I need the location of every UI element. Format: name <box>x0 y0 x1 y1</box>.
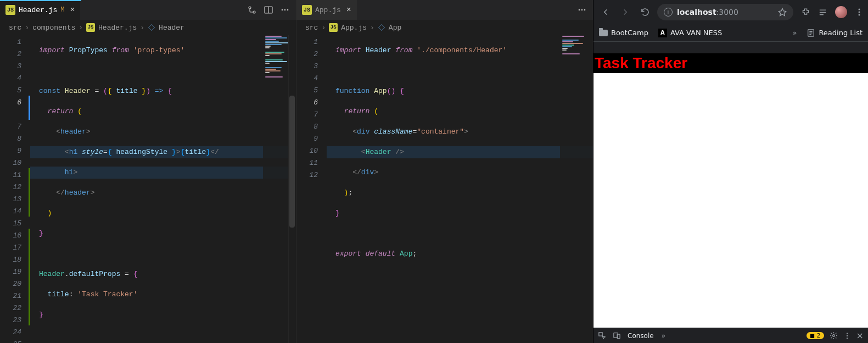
modified-indicator: M <box>60 6 64 14</box>
back-button[interactable] <box>598 4 613 20</box>
svg-point-1 <box>253 11 255 13</box>
tab-header-js[interactable]: JS Header.js M × <box>0 0 81 20</box>
devtools-more-tabs[interactable]: » <box>662 332 665 340</box>
address-bar[interactable]: i localhost:3000 <box>657 4 793 20</box>
svg-point-6 <box>287 9 289 11</box>
svg-point-4 <box>282 9 283 11</box>
tab-bar-right: JS App.js × <box>296 0 593 20</box>
minimap[interactable] <box>560 35 593 343</box>
bookmark-folder[interactable]: BootCamp <box>599 29 648 37</box>
expand-icon[interactable]: » <box>792 29 797 37</box>
more-icon[interactable] <box>281 5 289 14</box>
reading-list-button[interactable]: Reading List <box>807 29 863 37</box>
devtools-bar: Console » ◼ 2 × <box>593 328 868 343</box>
extensions-icon[interactable] <box>801 8 810 17</box>
star-icon[interactable] <box>778 8 787 16</box>
page-heading: Task Tracker <box>593 53 868 73</box>
close-icon[interactable]: × <box>70 5 75 15</box>
svg-point-13 <box>859 9 860 10</box>
tabs-icon[interactable] <box>818 8 827 17</box>
compare-icon[interactable] <box>248 5 256 14</box>
breadcrumb-left[interactable]: src › components › JS Header.js › Header <box>0 20 296 35</box>
tab-title: App.js <box>315 6 341 14</box>
svg-point-14 <box>859 12 860 13</box>
code-body[interactable]: import PropTypes from 'prop-types' const… <box>30 35 296 343</box>
svg-point-23 <box>832 335 835 337</box>
inspect-icon[interactable] <box>598 331 606 340</box>
svg-point-9 <box>584 9 586 11</box>
code-editor-right[interactable]: 12345 678910 1112 import Header from './… <box>296 35 593 343</box>
close-icon[interactable]: × <box>346 5 351 15</box>
devtools-tab-console[interactable]: Console <box>628 332 654 340</box>
editor-pane-left: JS Header.js M × <box>0 0 296 343</box>
tab-app-js[interactable]: JS App.js × <box>296 0 357 20</box>
tab-actions-left <box>241 0 296 20</box>
symbol-icon <box>148 24 155 31</box>
avatar-icon[interactable] <box>835 6 847 18</box>
device-icon[interactable] <box>613 331 621 340</box>
svg-point-26 <box>846 338 847 339</box>
bookmark-site[interactable]: A AVA VAN NESS <box>658 29 722 37</box>
info-icon[interactable]: i <box>664 8 673 16</box>
vscode-window: JS Header.js M × <box>0 0 593 343</box>
forward-button[interactable] <box>618 4 633 20</box>
tab-title: Header.js <box>19 6 57 14</box>
menu-icon[interactable] <box>855 8 864 16</box>
svg-point-24 <box>846 333 847 334</box>
js-icon: JS <box>302 5 312 15</box>
editor-pane-right: JS App.js × src › JS App.js › App <box>296 0 593 343</box>
js-icon: JS <box>86 23 95 32</box>
svg-point-7 <box>579 9 580 11</box>
more-icon[interactable] <box>578 5 586 14</box>
browser-toolbar: i localhost:3000 <box>593 0 868 24</box>
devtools-menu-icon[interactable] <box>843 332 851 340</box>
devtools-close-icon[interactable]: × <box>856 330 864 341</box>
settings-icon[interactable] <box>830 331 838 340</box>
svg-point-0 <box>249 7 251 9</box>
code-body[interactable]: import Header from './components/Header'… <box>327 35 593 343</box>
bookmarks-bar: BootCamp A AVA VAN NESS » Reading List <box>593 24 868 42</box>
symbol-icon <box>378 24 385 31</box>
tab-bar-left: JS Header.js M × <box>0 0 296 20</box>
page-content: Task Tracker <box>593 42 868 328</box>
js-icon: JS <box>329 23 338 32</box>
site-icon: A <box>658 29 667 37</box>
split-icon[interactable] <box>264 5 273 14</box>
folder-icon <box>599 30 608 36</box>
svg-point-5 <box>284 9 286 11</box>
tab-actions-right <box>571 0 593 20</box>
breadcrumb-right[interactable]: src › JS App.js › App <box>296 20 593 35</box>
svg-point-8 <box>581 9 583 11</box>
line-gutter: 12345 6789 1011121314 1516171819 2021222… <box>0 35 30 343</box>
browser-window: i localhost:3000 BootCamp A <box>593 0 868 343</box>
js-icon: JS <box>5 5 15 15</box>
svg-point-25 <box>846 335 847 336</box>
line-gutter: 12345 678910 1112 <box>296 35 327 343</box>
svg-point-15 <box>859 14 860 16</box>
code-editor-left[interactable]: 12345 6789 1011121314 1516171819 2021222… <box>0 35 296 343</box>
issues-badge[interactable]: ◼ 2 <box>807 332 824 339</box>
reload-button[interactable] <box>637 4 653 20</box>
